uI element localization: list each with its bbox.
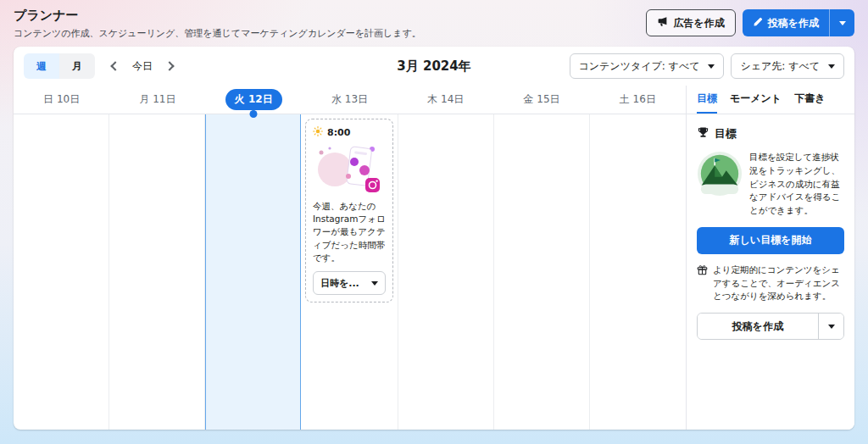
create-post-secondary-dropdown[interactable] <box>818 314 843 339</box>
tab-moments[interactable]: モーメント <box>730 86 782 114</box>
calendar-grid: 8:00 <box>14 114 686 430</box>
day-column-sun[interactable] <box>14 114 109 430</box>
datetime-select-dropdown[interactable]: 日時を... <box>313 271 386 295</box>
week-calendar: 日 10日 月 11日 火 12日 水 13日 木 14日 金 15日 土 16… <box>14 86 687 430</box>
create-ad-button[interactable]: 広告を作成 <box>646 9 735 36</box>
day-header-sat[interactable]: 土 16日 <box>590 86 686 114</box>
planner-content: 日 10日 月 11日 火 12日 水 13日 木 14日 金 15日 土 16… <box>14 86 854 430</box>
pencil-icon <box>753 17 763 30</box>
start-new-goal-button[interactable]: 新しい目標を開始 <box>697 227 844 254</box>
create-post-label: 投稿を作成 <box>768 16 819 31</box>
chevron-down-icon <box>839 21 846 25</box>
sun-icon <box>313 126 323 139</box>
day-column-tue-current[interactable] <box>205 114 301 430</box>
create-post-dropdown-button[interactable] <box>829 9 854 36</box>
day-header-sun[interactable]: 日 10日 <box>14 86 109 114</box>
view-toggle: 週 月 <box>24 53 95 79</box>
chevron-down-icon <box>828 325 835 329</box>
day-column-mon[interactable] <box>109 114 205 430</box>
create-post-secondary-button[interactable]: 投稿を作成 <box>698 314 818 339</box>
goal-intro: 目標を設定して進捗状況をトラッキングし、ビジネスの成功に有益なアドバイスを得るこ… <box>697 151 844 218</box>
day-header-mon[interactable]: 月 11日 <box>109 86 205 114</box>
header-actions: 広告を作成 投稿を作成 <box>646 9 854 36</box>
page-heading: プランナー コンテンツの作成、スケジューリング、管理を通じてマーケティングカレン… <box>14 8 421 40</box>
goal-mountain-illustration <box>697 151 743 200</box>
sidebar-tabs: 目標 モーメント 下書き <box>687 86 854 114</box>
create-post-secondary-split: 投稿を作成 <box>697 313 844 340</box>
suggestion-time-row: 8:00 <box>313 126 386 139</box>
goals-panel: 目標 <box>687 114 854 350</box>
tab-goals[interactable]: 目標 <box>697 86 717 114</box>
day-header-wed[interactable]: 水 13日 <box>302 86 398 114</box>
week-view-toggle[interactable]: 週 <box>24 53 59 79</box>
page-subtitle: コンテンツの作成、スケジューリング、管理を通じてマーケティングカレンダーを計画し… <box>14 27 421 40</box>
megaphone-icon <box>657 16 668 30</box>
previous-week-icon[interactable] <box>110 61 120 70</box>
gift-icon <box>697 264 708 303</box>
day-column-sat[interactable] <box>590 114 686 430</box>
goal-description: 目標を設定して進捗状況をトラッキングし、ビジネスの成功に有益なアドバイスを得るこ… <box>749 151 844 218</box>
create-post-button[interactable]: 投稿を作成 <box>743 9 829 36</box>
share-tip-text: より定期的にコンテンツをシェアすることで、オーディエンスとつながりを深められます… <box>713 264 844 303</box>
tab-drafts[interactable]: 下書き <box>794 86 825 114</box>
goals-heading: 目標 <box>715 126 737 142</box>
planner-card: 週 月 今日 3月 2024年 コンテンツタイプ: すべて シェア先: すべて <box>14 47 854 430</box>
create-post-split-button: 投稿を作成 <box>743 9 854 36</box>
month-view-toggle[interactable]: 月 <box>59 53 95 79</box>
planner-page: プランナー コンテンツの作成、スケジューリング、管理を通じてマーケティングカレン… <box>0 0 868 430</box>
share-target-filter[interactable]: シェア先: すべて <box>731 53 844 79</box>
content-type-filter[interactable]: コンテンツタイプ: すべて <box>570 53 725 79</box>
chevron-down-icon <box>708 64 715 69</box>
create-ad-label: 広告を作成 <box>673 16 724 31</box>
instagram-activity-illustration <box>313 142 386 195</box>
page-title: プランナー <box>14 8 421 24</box>
goals-heading-row: 目標 <box>697 126 844 142</box>
day-header-row: 日 10日 月 11日 火 12日 水 13日 木 14日 金 15日 土 16… <box>14 86 686 114</box>
next-week-icon[interactable] <box>164 61 174 70</box>
day-header-tue-active[interactable]: 火 12日 <box>206 86 302 114</box>
day-column-wed[interactable]: 8:00 <box>301 114 398 430</box>
day-column-fri[interactable] <box>494 114 590 430</box>
suggested-post-card[interactable]: 8:00 <box>305 119 393 302</box>
suggestion-message: 今週、あなたのInstagramフォロワーが最もアクティブだった時間帯です。 <box>313 200 386 264</box>
top-bar: プランナー コンテンツの作成、スケジューリング、管理を通じてマーケティングカレン… <box>0 0 868 47</box>
filters: コンテンツタイプ: すべて シェア先: すべて <box>570 53 845 79</box>
day-column-thu[interactable] <box>398 114 494 430</box>
right-sidebar: 目標 モーメント 下書き 目標 <box>687 86 854 430</box>
share-target-filter-label: シェア先: すべて <box>740 59 820 74</box>
current-time-dot <box>249 110 257 118</box>
chevron-down-icon <box>828 64 835 69</box>
active-day-pill: 火 12日 <box>225 89 282 110</box>
today-button[interactable]: 今日 <box>132 59 153 74</box>
trophy-icon <box>697 126 709 142</box>
day-header-thu[interactable]: 木 14日 <box>398 86 493 114</box>
calendar-toolbar: 週 月 今日 3月 2024年 コンテンツタイプ: すべて シェア先: すべて <box>14 47 854 86</box>
day-header-fri[interactable]: 金 15日 <box>493 86 589 114</box>
chevron-down-icon <box>371 281 378 286</box>
calendar-navigation: 今日 <box>112 59 173 74</box>
month-title: 3月 2024年 <box>397 58 470 75</box>
share-tip: より定期的にコンテンツをシェアすることで、オーディエンスとつながりを深められます… <box>697 264 844 303</box>
suggestion-time: 8:00 <box>327 127 350 138</box>
content-type-filter-label: コンテンツタイプ: すべて <box>579 59 700 74</box>
datetime-select-label: 日時を... <box>320 277 359 290</box>
